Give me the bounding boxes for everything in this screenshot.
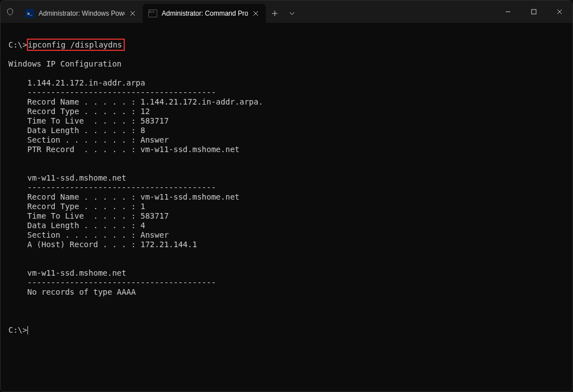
minimize-button[interactable] [495,1,521,23]
close-window-button[interactable] [547,1,572,23]
shield-icon [1,1,20,23]
powershell-icon: >_ [25,9,34,18]
window-controls [495,1,572,23]
ipconfig-header: Windows IP Configuration [8,59,121,68]
close-icon[interactable] [128,9,137,18]
tab-powershell[interactable]: >_ Administrator: Windows Powe [20,4,143,23]
prompt: C:\> [8,325,27,334]
svg-rect-0 [532,10,536,14]
titlebar: >_ Administrator: Windows Powe Administr… [1,1,572,23]
tab-dropdown-button[interactable] [284,4,300,23]
close-icon[interactable] [251,9,260,18]
cmd-icon [148,9,157,18]
dns-entries: 1.144.21.172.in-addr.arpa --------------… [8,78,565,306]
tab-title: Administrator: Command Pro [162,10,248,17]
command-highlight: ipconfig /displaydns [27,39,125,51]
terminal-output[interactable]: C:\>ipconfig /displaydns Windows IP Conf… [1,23,572,343]
tab-title: Administrator: Windows Powe [39,10,125,17]
maximize-button[interactable] [521,1,547,23]
tab-command-prompt[interactable]: Administrator: Command Pro [143,4,266,23]
new-tab-button[interactable] [266,4,284,23]
prompt: C:\>ipconfig /displaydns [8,40,125,50]
cursor-icon [27,326,28,334]
